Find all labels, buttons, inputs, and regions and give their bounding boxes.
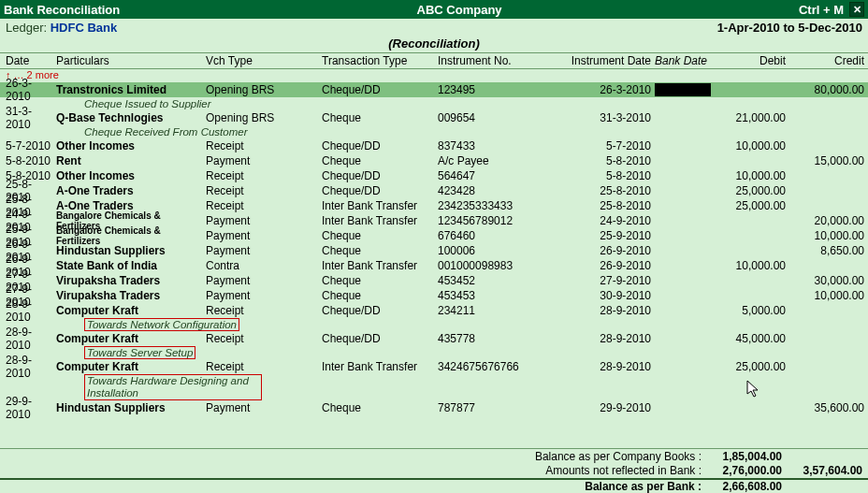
cell-ttype: Inter Bank Transfer <box>322 359 434 374</box>
col-idate: Instrument Date <box>557 53 651 68</box>
cell-ttype: Cheque/DD <box>322 82 434 97</box>
footer-not-reflected: Amounts not reflected in Bank : 2,76,000… <box>0 463 868 478</box>
close-icon[interactable]: ✕ <box>849 2 864 17</box>
cell-credit: 10,000.00 <box>795 288 864 303</box>
col-vchtype: Vch Type <box>206 53 309 68</box>
table-row[interactable]: 28-9-2010Computer KraftReceiptInter Bank… <box>0 359 868 374</box>
cell-debit: 45,000.00 <box>711 331 786 346</box>
cell-credit: 10,000.00 <box>795 228 864 243</box>
cell-particulars: Computer Kraft <box>56 303 206 318</box>
cell-idate: 26-9-2010 <box>557 243 651 258</box>
cell-idate: 5-8-2010 <box>557 153 651 168</box>
cell-ttype: Cheque <box>322 243 434 258</box>
cell-idate: 25-8-2010 <box>557 198 651 213</box>
cell-debit <box>711 243 786 258</box>
cell-credit: 20,000.00 <box>795 213 864 228</box>
cell-date: 5-8-2010 <box>6 153 54 168</box>
cell-particulars: State Bank of India <box>56 258 206 273</box>
cell-instno: 453453 <box>438 288 550 303</box>
cell-instno: 123495 <box>438 82 550 97</box>
cell-particulars: Other Incomes <box>56 138 206 153</box>
col-bdate: Bank Date <box>655 53 711 68</box>
cell-vchtype: Payment <box>206 243 309 258</box>
cell-instno: 787877 <box>438 400 550 415</box>
footer-nr-debit: 2,76,000.00 <box>702 464 782 477</box>
narration: Towards Server Setup <box>0 346 868 359</box>
cell-particulars: Computer Kraft <box>56 359 206 374</box>
cell-vchtype: Receipt <box>206 138 309 153</box>
table-row[interactable]: 26-3-2010Transtronics LimitedOpening BRS… <box>0 82 868 97</box>
cell-particulars: Computer Kraft <box>56 331 206 346</box>
cell-debit: 25,000.00 <box>711 183 786 198</box>
col-date: Date <box>6 53 54 68</box>
table-row[interactable]: 5-7-2010Other IncomesReceiptCheque/DD837… <box>0 138 868 153</box>
cell-idate: 26-9-2010 <box>557 258 651 273</box>
cell-particulars: Rent <box>56 153 206 168</box>
cell-idate: 28-9-2010 <box>557 359 651 374</box>
cell-particulars: Transtronics Limited <box>56 82 206 97</box>
cell-debit <box>711 288 786 303</box>
cell-debit <box>711 213 786 228</box>
cell-particulars: Q-Base Technlogies <box>56 110 206 125</box>
table-row[interactable]: 27-9-2010Virupaksha TradersPaymentCheque… <box>0 288 868 303</box>
table-row[interactable]: 28-9-2010Computer KraftReceiptCheque/DD4… <box>0 331 868 346</box>
bank-date-input[interactable] <box>655 82 711 97</box>
cell-ttype: Cheque/DD <box>322 168 434 183</box>
footer-company-books: Balance as per Company Books : 1,85,004.… <box>0 448 868 463</box>
cell-particulars: Hindustan Suppliers <box>56 243 206 258</box>
narration: Cheque Issued to Supplier <box>0 97 868 110</box>
cell-ttype: Cheque/DD <box>322 183 434 198</box>
cell-instno: 100006 <box>438 243 550 258</box>
cell-date: 28-9-2010 <box>6 359 54 374</box>
cell-credit: 15,000.00 <box>795 153 864 168</box>
table-row[interactable]: 25-9-2010Bangalore Chemicals & Fertilize… <box>0 228 868 243</box>
cell-instno: 676460 <box>438 228 550 243</box>
table-row[interactable]: 26-9-2010Hindustan SuppliersPaymentChequ… <box>0 243 868 258</box>
recon-title: (Reconciliation) <box>0 36 868 52</box>
cell-idate: 25-8-2010 <box>557 183 651 198</box>
col-particulars: Particulars <box>56 53 206 68</box>
cell-vchtype: Contra <box>206 258 309 273</box>
cell-vchtype: Opening BRS <box>206 110 309 125</box>
table-row[interactable]: 25-8-2010A-One TradersReceiptCheque/DD42… <box>0 183 868 198</box>
cell-idate: 5-8-2010 <box>557 168 651 183</box>
footer-lbl-books: Balance as per Company Books : <box>535 450 702 463</box>
table-row[interactable]: 5-8-2010Other IncomesReceiptCheque/DD564… <box>0 168 868 183</box>
table-row[interactable]: 26-9-2010State Bank of IndiaContraInter … <box>0 258 868 273</box>
cell-vchtype: Receipt <box>206 331 309 346</box>
cell-instno: 234235333433 <box>438 198 550 213</box>
cell-credit: 80,000.00 <box>795 82 864 97</box>
table-row[interactable]: 31-3-2010Q-Base TechnlogiesOpening BRSCh… <box>0 110 868 125</box>
table-row[interactable]: 27-9-2010Virupaksha TradersPaymentCheque… <box>0 273 868 288</box>
cell-ttype: Inter Bank Transfer <box>322 213 434 228</box>
ledger-name: HDFC Bank <box>51 21 118 35</box>
cell-idate: 5-7-2010 <box>557 138 651 153</box>
table-row[interactable]: 29-9-2010Hindustan SuppliersPaymentChequ… <box>0 400 868 415</box>
cell-instno: 837433 <box>438 138 550 153</box>
footer-nr-credit: 3,57,604.00 <box>782 464 862 477</box>
cell-credit: 35,600.00 <box>795 400 864 415</box>
cell-ttype: Cheque <box>322 228 434 243</box>
cell-instno: 123456789012 <box>438 213 550 228</box>
footer-lbl-nr: Amounts not reflected in Bank : <box>545 464 702 477</box>
period: 1-Apr-2010 to 5-Dec-2010 <box>717 21 862 35</box>
cell-instno: 001000098983 <box>438 258 550 273</box>
cell-vchtype: Payment <box>206 273 309 288</box>
cell-particulars: Other Incomes <box>56 168 206 183</box>
cell-ttype: Inter Bank Transfer <box>322 258 434 273</box>
col-credit: Credit <box>795 53 864 68</box>
cell-particulars: A-One Traders <box>56 183 206 198</box>
footer-books-debit: 1,85,004.00 <box>702 450 782 463</box>
footer: Balance as per Company Books : 1,85,004.… <box>0 448 868 493</box>
cell-credit <box>795 331 864 346</box>
cell-vchtype: Receipt <box>206 198 309 213</box>
cell-credit <box>795 138 864 153</box>
narration: Towards Hardware Designing and Installat… <box>0 374 868 400</box>
table-row[interactable]: 5-8-2010RentPaymentChequeA/c Payee5-8-20… <box>0 153 868 168</box>
cell-particulars: Bangalore Chemicals & Fertilizers <box>56 228 206 243</box>
table-row[interactable]: 28-9-2010Computer KraftReceiptCheque/DD2… <box>0 303 868 318</box>
cell-ttype: Inter Bank Transfer <box>322 198 434 213</box>
narration: Cheque Received From Customer <box>0 125 868 138</box>
cell-credit: 8,650.00 <box>795 243 864 258</box>
cell-idate: 27-9-2010 <box>557 273 651 288</box>
